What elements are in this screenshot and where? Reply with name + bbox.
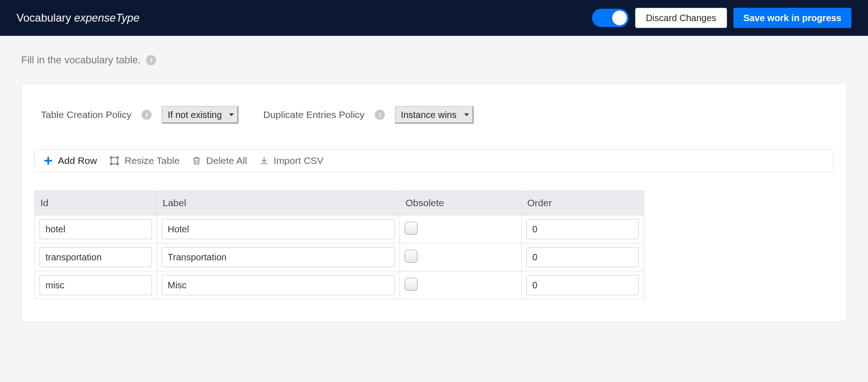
title-prefix: Vocabulary — [17, 11, 71, 24]
discard-button[interactable]: Discard Changes — [635, 8, 727, 28]
order-input[interactable] — [526, 247, 639, 267]
resize-icon — [109, 155, 120, 166]
import-csv-button[interactable]: Import CSV — [259, 155, 324, 166]
add-row-button[interactable]: Add Row — [43, 155, 97, 166]
col-obsolete-header: Obsolete — [400, 191, 522, 215]
id-input[interactable] — [39, 247, 152, 267]
creation-policy-label: Table Creation Policy — [41, 109, 131, 120]
info-icon[interactable]: i — [375, 110, 385, 120]
svg-point-4 — [117, 163, 118, 165]
add-row-label: Add Row — [58, 155, 97, 166]
delete-all-label: Delete All — [206, 155, 247, 166]
order-input[interactable] — [526, 219, 639, 239]
resize-table-label: Resize Table — [124, 155, 180, 166]
hint-text: Fill in the vocabulary table. — [21, 54, 141, 66]
creation-policy-select-wrap: If not existing — [162, 106, 238, 124]
enable-toggle[interactable] — [592, 9, 629, 27]
obsolete-checkbox[interactable] — [405, 222, 417, 235]
duplicate-policy-select-wrap: Instance wins — [395, 106, 473, 124]
table-header-row: Id Label Obsolete Order — [35, 191, 644, 215]
policy-row: Table Creation Policy i If not existing … — [34, 106, 834, 124]
order-input[interactable] — [526, 275, 639, 295]
col-id-header: Id — [35, 191, 157, 215]
vocabulary-table: Id Label Obsolete Order — [34, 191, 644, 299]
app-header: Vocabulary expenseType Discard Changes S… — [0, 0, 868, 36]
vocabulary-card: Table Creation Policy i If not existing … — [21, 84, 847, 322]
trash-icon — [192, 156, 202, 166]
plus-icon — [43, 156, 53, 166]
label-input[interactable] — [162, 247, 395, 267]
label-input[interactable] — [162, 275, 395, 295]
delete-all-button[interactable]: Delete All — [192, 155, 247, 166]
svg-point-2 — [117, 157, 118, 158]
info-icon[interactable]: i — [141, 110, 152, 120]
save-button[interactable]: Save work in progress — [733, 8, 851, 28]
creation-policy-select[interactable]: If not existing — [162, 106, 238, 124]
svg-point-1 — [110, 157, 112, 158]
id-input[interactable] — [39, 219, 152, 239]
import-icon — [259, 156, 269, 166]
id-input[interactable] — [39, 275, 152, 295]
header-actions: Discard Changes Save work in progress — [592, 8, 851, 28]
info-icon[interactable]: i — [146, 55, 156, 65]
duplicate-policy-select[interactable]: Instance wins — [395, 106, 473, 124]
page-title: Vocabulary expenseType — [17, 11, 140, 24]
content-area: Fill in the vocabulary table. i Table Cr… — [0, 36, 868, 340]
svg-point-3 — [110, 163, 112, 165]
col-label-header: Label — [157, 191, 400, 215]
hint-row: Fill in the vocabulary table. i — [21, 54, 847, 66]
label-input[interactable] — [162, 219, 395, 239]
obsolete-checkbox[interactable] — [405, 278, 417, 291]
resize-table-button[interactable]: Resize Table — [109, 155, 180, 166]
col-order-header: Order — [522, 191, 644, 215]
title-name: expenseType — [74, 11, 139, 24]
obsolete-checkbox[interactable] — [405, 250, 417, 263]
table-toolbar: Add Row Resize Table Delete All Import C… — [34, 149, 834, 172]
table-row — [35, 271, 644, 299]
table-row — [35, 215, 644, 243]
import-csv-label: Import CSV — [274, 155, 324, 166]
duplicate-policy-label: Duplicate Entries Policy — [263, 109, 365, 120]
toggle-knob — [612, 11, 627, 25]
table-row — [35, 243, 644, 271]
